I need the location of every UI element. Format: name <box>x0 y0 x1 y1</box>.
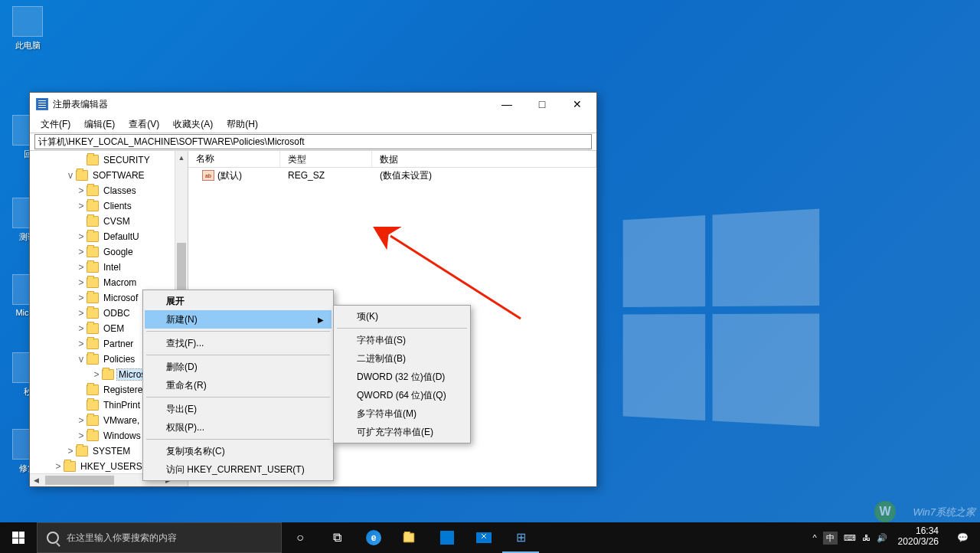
context-menu-item[interactable]: 复制项名称(C) <box>145 442 332 460</box>
store-button[interactable] <box>429 522 466 553</box>
menu-separator <box>337 328 467 329</box>
folder-icon <box>87 308 99 319</box>
context-menu-item[interactable]: 二进制值(B) <box>335 349 469 368</box>
titlebar[interactable]: 注册表编辑器 — □ ✕ <box>30 93 596 116</box>
mail-button[interactable] <box>466 522 502 553</box>
folder-icon <box>87 430 99 441</box>
context-menu-item[interactable]: 项(K) <box>335 307 469 326</box>
context-menu-item[interactable]: 字符串值(S) <box>335 331 469 349</box>
context-menu-item[interactable]: 访问 HKEY_CURRENT_USER(T) <box>145 460 332 479</box>
tree-twisty-icon[interactable]: v <box>65 170 76 181</box>
address-input[interactable] <box>34 134 592 149</box>
minimize-button[interactable]: — <box>489 93 524 116</box>
folder-icon <box>87 339 99 349</box>
context-menu-item[interactable]: 导出(E) <box>145 400 332 418</box>
action-center-button[interactable]: 💬 <box>945 522 980 553</box>
tree-twisty-icon[interactable]: > <box>65 446 76 456</box>
column-header[interactable]: 名称 <box>188 151 280 167</box>
context-menu-item[interactable]: 可扩充字符串值(E) <box>335 423 469 441</box>
tree-twisty-icon[interactable]: > <box>76 277 87 288</box>
context-menu-item[interactable]: 新建(N)▶ <box>145 310 332 329</box>
desktop-icon[interactable]: 此电脑 <box>4 6 51 51</box>
folder-icon <box>87 247 99 257</box>
tree-node[interactable]: >DefaultU <box>30 229 188 244</box>
tree-twisty-icon[interactable]: v <box>76 354 87 365</box>
tree-twisty-icon[interactable]: > <box>76 201 87 211</box>
taskbar-search[interactable]: 在这里输入你要搜索的内容 <box>37 522 282 553</box>
window-title: 注册表编辑器 <box>53 98 108 111</box>
context-menu-item[interactable]: 重命名(R) <box>145 376 332 394</box>
tree-node[interactable]: vSOFTWARE <box>30 168 188 183</box>
regedit-icon <box>36 98 48 110</box>
tree-node[interactable]: >Clients <box>30 198 188 214</box>
tree-node[interactable]: >Google <box>30 244 188 260</box>
desktop-item-icon <box>12 6 43 37</box>
file-explorer-button[interactable] <box>392 522 429 553</box>
watermark-text: Win7系统之家 <box>913 506 975 519</box>
tree-twisty-icon[interactable]: > <box>76 339 87 349</box>
list-row[interactable]: ab(默认)REG_SZ(数值未设置) <box>188 168 596 183</box>
menu-item[interactable]: 编辑(E) <box>78 116 121 133</box>
folder-icon <box>87 323 99 334</box>
folder-icon <box>403 533 414 543</box>
tree-twisty-icon[interactable]: > <box>76 308 87 319</box>
store-icon <box>440 531 454 545</box>
network-icon[interactable]: 🖧 <box>862 533 871 542</box>
tree-node[interactable]: SECURITY <box>30 152 188 168</box>
column-header[interactable]: 类型 <box>280 151 372 167</box>
search-placeholder: 在这里输入你要搜索的内容 <box>67 532 177 545</box>
task-view-button[interactable]: ⧉ <box>318 522 355 553</box>
menu-separator <box>146 439 330 440</box>
context-menu-item[interactable]: QWORD (64 位)值(Q) <box>335 386 469 404</box>
tree-twisty-icon[interactable]: > <box>91 369 102 380</box>
tree-twisty-icon[interactable]: > <box>76 415 87 426</box>
taskbar: 在这里输入你要搜索的内容 ○ ⧉ e ⊞ ^ 中 ⌨ 🖧 🔊 16:34 202… <box>0 522 980 553</box>
menu-item[interactable]: 查看(V) <box>122 116 165 133</box>
volume-icon[interactable]: 🔊 <box>877 533 887 543</box>
folder-icon <box>87 277 99 288</box>
edge-icon: e <box>366 530 381 545</box>
tree-node[interactable]: CVSM <box>30 214 188 229</box>
tree-twisty-icon[interactable]: > <box>76 323 87 334</box>
column-header[interactable]: 数据 <box>372 151 596 167</box>
tree-node[interactable]: >Intel <box>30 260 188 275</box>
tree-node[interactable]: >Macrom <box>30 275 188 290</box>
context-menu-item[interactable]: 展开 <box>145 292 332 310</box>
submenu-arrow-icon: ▶ <box>318 316 324 324</box>
tray-chevron-icon[interactable]: ^ <box>812 533 816 542</box>
edge-button[interactable]: e <box>355 522 392 553</box>
menu-separator <box>146 331 330 332</box>
tree-twisty-icon[interactable]: > <box>76 247 87 257</box>
context-menu-item[interactable]: 删除(D) <box>145 358 332 376</box>
menu-item[interactable]: 收藏夹(A) <box>167 116 219 133</box>
close-button[interactable]: ✕ <box>560 93 595 116</box>
tree-twisty-icon[interactable]: > <box>76 231 87 242</box>
tree-twisty-icon[interactable]: > <box>76 293 87 303</box>
system-tray[interactable]: ^ 中 ⌨ 🖧 🔊 <box>808 522 891 553</box>
context-menu-item[interactable]: 多字符串值(M) <box>335 404 469 423</box>
ime-indicator[interactable]: 中 <box>823 532 838 545</box>
menu-separator <box>146 397 330 398</box>
tree-twisty-icon[interactable]: > <box>76 262 87 273</box>
tree-node[interactable]: >Classes <box>30 183 188 198</box>
folder-icon <box>87 262 99 273</box>
cortana-button[interactable]: ○ <box>282 522 318 553</box>
maximize-button[interactable]: □ <box>524 93 560 116</box>
start-button[interactable] <box>0 522 37 553</box>
tree-twisty-icon[interactable]: > <box>76 185 87 196</box>
menubar: 文件(F)编辑(E)查看(V)收藏夹(A)帮助(H) <box>30 116 596 133</box>
menu-item[interactable]: 文件(F) <box>34 116 77 133</box>
menu-item[interactable]: 帮助(H) <box>220 116 264 133</box>
tree-twisty-icon[interactable]: > <box>53 461 64 472</box>
context-menu-item[interactable]: 查找(F)... <box>145 334 332 352</box>
tree-twisty-icon[interactable]: > <box>76 430 87 441</box>
keyboard-icon[interactable]: ⌨ <box>844 533 856 543</box>
folder-icon <box>87 354 99 365</box>
regedit-taskbar-button[interactable]: ⊞ <box>502 522 539 553</box>
folder-icon <box>64 461 76 472</box>
taskbar-clock[interactable]: 16:34 2020/3/26 <box>892 522 945 553</box>
context-menu-item[interactable]: 权限(P)... <box>145 418 332 437</box>
context-submenu-new: 项(K)字符串值(S)二进制值(B)DWORD (32 位)值(D)QWORD … <box>333 305 471 443</box>
address-bar <box>30 133 596 151</box>
context-menu-item[interactable]: DWORD (32 位)值(D) <box>335 368 469 386</box>
